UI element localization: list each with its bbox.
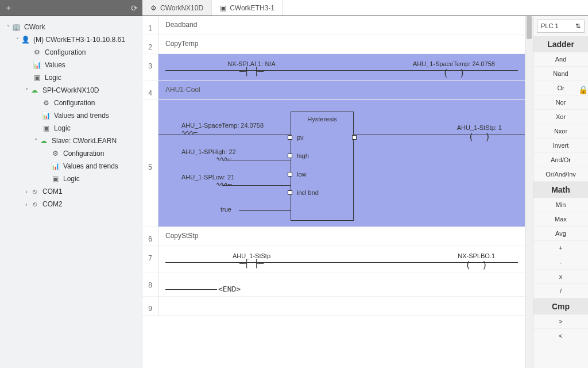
- scroll-thumb[interactable]: [527, 16, 532, 39]
- palette-item[interactable]: Nand: [533, 67, 588, 81]
- rung-label: Deadband: [165, 21, 197, 29]
- block-input-label: AHU_1-SpaceTemp: 24.0758∿∿∿─: [181, 122, 264, 136]
- coil-symbol: ( ): [457, 131, 502, 142]
- rung-number: 2: [142, 35, 158, 53]
- logic-icon: ▣: [220, 4, 226, 12]
- palette-item[interactable]: x: [533, 270, 588, 284]
- coil[interactable]: NX-SPI.BO.1 ( ): [458, 252, 495, 270]
- rung-label: AHU1-Cool: [165, 86, 200, 94]
- port-icon: ⎋: [30, 187, 39, 195]
- block-input-label: AHU_1-SPLow: 21∿∿∿─: [181, 174, 234, 188]
- tree-root[interactable]: ˅ 🏢 CWork: [0, 21, 142, 33]
- palette-item[interactable]: Nxor: [533, 124, 588, 139]
- function-block-hysteresis[interactable]: Hysteresis pv high low incl bnd: [291, 112, 354, 221]
- rung-number: 9: [142, 297, 158, 315]
- palette-item[interactable]: /: [533, 284, 588, 298]
- add-button[interactable]: ＋: [5, 3, 13, 13]
- chevron-down-icon: ˅: [32, 138, 39, 144]
- coil-symbol: ( ): [458, 259, 495, 270]
- updown-icon: ⇅: [575, 22, 581, 30]
- logic-icon: ▣: [41, 124, 51, 132]
- sliders-icon: ⚙: [51, 150, 60, 158]
- chart-icon: 📊: [51, 162, 60, 170]
- chevron-down-icon: ˅: [14, 37, 21, 43]
- tree-device[interactable]: ˅ 👤 (M) CWorkETH3-1-10.10.8.61: [0, 33, 142, 46]
- sliders-icon: ⚙: [32, 48, 41, 56]
- palette-item[interactable]: <: [533, 329, 588, 343]
- tree-spi[interactable]: ˅ ☁ SPI-CWorkNX10D: [0, 84, 142, 97]
- block-input-label: true: [220, 206, 231, 213]
- tree-com2[interactable]: ›⎋COM2: [0, 198, 142, 210]
- tab-label: CWorkNX10D: [160, 4, 203, 12]
- tree-item-config[interactable]: ⚙Configuration: [0, 147, 142, 160]
- rung-number: 8: [142, 273, 158, 296]
- tab-cworketh3-1[interactable]: ▣ CWorkETH3-1: [212, 0, 283, 16]
- rung-label: CopyStStp: [165, 232, 198, 240]
- palette-item[interactable]: -: [533, 255, 588, 270]
- chevron-right-icon: ›: [23, 189, 30, 195]
- ladder-editor[interactable]: 1 Deadband 2 CopyTemp 3 NX-SPI.AI.1: N/A…: [142, 16, 525, 368]
- cloud-icon: ☁: [39, 137, 48, 145]
- tree-slave[interactable]: ˅ ☁ Slave: CWorkLEARN: [0, 135, 142, 147]
- tab-label: CWorkETH3-1: [230, 4, 274, 12]
- palette-item[interactable]: Or/And/Inv: [533, 167, 588, 182]
- block-port-low: low: [291, 165, 353, 183]
- coil-symbol: ( ): [413, 67, 495, 78]
- block-input-label: AHU_1-SPHigh: 22∿∿∿─: [181, 148, 236, 163]
- tree-item-logic[interactable]: ▣Logic: [0, 71, 142, 84]
- lock-icon[interactable]: 🔒: [578, 85, 588, 94]
- rung-number: 3: [142, 54, 158, 80]
- tree-item-logic[interactable]: ▣Logic: [0, 122, 142, 135]
- palette-header-ladder: Ladder: [533, 36, 588, 52]
- cloud-icon: ☁: [30, 86, 39, 94]
- palette-item[interactable]: Max: [533, 212, 588, 227]
- port-icon: ⎋: [30, 200, 39, 208]
- palette-item[interactable]: Xor: [533, 110, 588, 124]
- block-title: Hysteresis: [291, 112, 353, 128]
- coil[interactable]: AHU_1-SpaceTemp: 24.0758 ( ): [413, 60, 495, 78]
- end-rung: <END>: [217, 285, 242, 293]
- palette-header-cmp: Cmp: [533, 298, 588, 315]
- palette-item[interactable]: +: [533, 241, 588, 255]
- tree-item-config[interactable]: ⚙Configuration: [0, 97, 142, 109]
- contact[interactable]: NX-SPI.AI.1: N/A ─┤ ├─: [217, 60, 286, 75]
- rung-number: 4: [142, 81, 158, 99]
- plc-selector[interactable]: PLC 1 ⇅: [537, 20, 585, 33]
- tree-item-values-trends[interactable]: 📊Values and trends: [0, 109, 142, 122]
- instruction-palette: PLC 1 ⇅ Ladder And Nand Or Nor Xor Nxor …: [533, 16, 588, 368]
- palette-header-math: Math: [533, 182, 588, 198]
- block-port-inclbnd: incl bnd: [291, 183, 353, 202]
- coil[interactable]: AHU_1-StStp: 1 ( ): [457, 124, 502, 142]
- palette-item[interactable]: >: [533, 315, 588, 329]
- logic-icon: ▣: [51, 175, 60, 183]
- palette-item[interactable]: And: [533, 52, 588, 67]
- block-port-pv: pv: [291, 128, 353, 147]
- tree-item-values[interactable]: 📊Values: [0, 59, 142, 71]
- vertical-scrollbar[interactable]: [525, 16, 533, 368]
- refresh-button[interactable]: ⟳: [131, 3, 138, 13]
- logic-icon: ▣: [32, 74, 41, 82]
- rung-number: 7: [142, 246, 158, 273]
- contact-symbol: ─┤ ├─: [217, 67, 286, 75]
- tree-item-config[interactable]: ⚙Configuration: [0, 46, 142, 59]
- chart-icon: 📊: [41, 112, 51, 120]
- tab-cworknx10d[interactable]: ⚙ CWorkNX10D: [142, 0, 212, 16]
- project-tree: ˅ 🏢 CWork ˅ 👤 (M) CWorkETH3-1-10.10.8.61…: [0, 16, 142, 368]
- palette-item[interactable]: Avg: [533, 227, 588, 241]
- block-port-high: high: [291, 147, 353, 165]
- chevron-down-icon: ˅: [5, 24, 11, 30]
- tree-com1[interactable]: ›⎋COM1: [0, 185, 142, 198]
- palette-item[interactable]: Nor: [533, 95, 588, 110]
- palette-item[interactable]: And/Or: [533, 153, 588, 167]
- tree-item-values-trends[interactable]: 📊Values and trends: [0, 160, 142, 172]
- palette-item[interactable]: Min: [533, 198, 588, 212]
- device-icon: 👤: [21, 36, 30, 44]
- rung-label: CopyTemp: [165, 40, 198, 48]
- contact-symbol: ─┤ ├─: [217, 259, 286, 267]
- rung-number: 1: [142, 16, 158, 34]
- chevron-right-icon: ›: [23, 201, 30, 208]
- palette-item[interactable]: Invert: [533, 139, 588, 153]
- chevron-down-icon: ˅: [23, 87, 30, 94]
- tree-item-logic[interactable]: ▣Logic: [0, 172, 142, 185]
- contact[interactable]: AHU_1-StStp ─┤ ├─: [217, 252, 286, 267]
